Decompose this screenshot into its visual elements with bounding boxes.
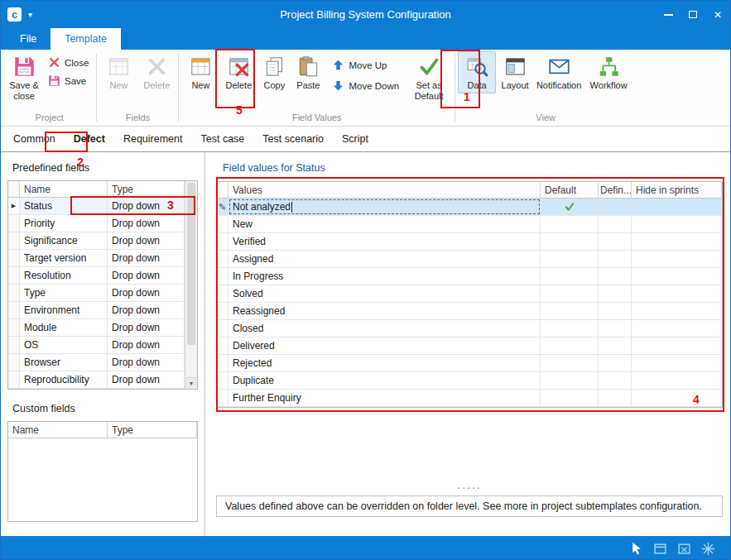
defined-cell[interactable] bbox=[599, 199, 632, 215]
save-and-close-button[interactable]: Save & close bbox=[5, 51, 43, 103]
hide-cell[interactable] bbox=[632, 390, 722, 406]
fields-new-button[interactable]: New bbox=[99, 51, 137, 93]
maximize-button[interactable] bbox=[681, 1, 705, 28]
value-row[interactable]: Delivered bbox=[217, 337, 722, 355]
defined-cell[interactable] bbox=[599, 320, 632, 337]
panel-splitter-handle[interactable]: ..... bbox=[216, 481, 723, 489]
field-type-cell[interactable]: Drop down bbox=[108, 371, 185, 388]
defined-cell[interactable] bbox=[599, 303, 632, 319]
table-row[interactable]: Reproducibility Drop down bbox=[8, 371, 185, 389]
hide-cell[interactable] bbox=[632, 199, 722, 215]
value-row[interactable]: Reassigned bbox=[217, 303, 722, 320]
value-row[interactable]: New bbox=[217, 216, 722, 233]
field-name-cell[interactable]: Type bbox=[20, 285, 108, 301]
layout-view-button[interactable]: Layout bbox=[496, 51, 534, 93]
table-row[interactable]: OS Drop down bbox=[8, 337, 185, 354]
data-view-button[interactable]: Data bbox=[458, 51, 496, 93]
value-cell[interactable]: Solved bbox=[228, 285, 541, 302]
table-row-status[interactable]: ▶ Status Drop down bbox=[8, 198, 185, 215]
default-cell[interactable] bbox=[541, 285, 599, 302]
defined-cell[interactable] bbox=[599, 251, 632, 267]
hide-cell[interactable] bbox=[632, 372, 722, 389]
hide-cell[interactable] bbox=[632, 337, 722, 354]
column-header-hide-in-sprints[interactable]: Hide in sprints bbox=[632, 182, 722, 198]
field-type-cell[interactable]: Drop down bbox=[108, 198, 185, 214]
table-row[interactable]: Target version Drop down bbox=[8, 250, 185, 267]
table-row[interactable]: Type Drop down bbox=[8, 285, 185, 302]
quick-access-dropdown-icon[interactable]: ▾ bbox=[28, 10, 32, 19]
value-cell[interactable]: Delivered bbox=[228, 337, 541, 354]
defined-cell[interactable] bbox=[599, 337, 632, 354]
value-row[interactable]: Assigned bbox=[217, 251, 722, 268]
hide-cell[interactable] bbox=[632, 285, 722, 302]
column-header-name[interactable]: Name bbox=[20, 181, 108, 197]
close-window-view-icon[interactable] bbox=[677, 542, 691, 556]
minimize-button[interactable] bbox=[656, 1, 681, 28]
value-cell[interactable]: Verified bbox=[228, 233, 541, 250]
move-down-button[interactable]: Move Down bbox=[329, 79, 402, 93]
default-cell[interactable] bbox=[541, 390, 599, 406]
default-cell[interactable] bbox=[541, 199, 599, 215]
table-row[interactable]: Resolution Drop down bbox=[8, 267, 185, 285]
hide-cell[interactable] bbox=[632, 216, 722, 232]
tab-requirement[interactable]: Requirement bbox=[114, 128, 192, 151]
save-button[interactable]: Save bbox=[45, 74, 92, 88]
field-type-cell[interactable]: Drop down bbox=[108, 215, 185, 232]
defined-cell[interactable] bbox=[599, 355, 632, 371]
defined-cell[interactable] bbox=[599, 390, 632, 406]
hide-cell[interactable] bbox=[632, 355, 722, 371]
field-type-cell[interactable]: Drop down bbox=[108, 354, 185, 371]
default-cell[interactable] bbox=[541, 303, 599, 319]
defined-cell[interactable] bbox=[599, 233, 632, 250]
ribbon-tab-file[interactable]: File bbox=[6, 28, 50, 50]
value-row[interactable]: Duplicate bbox=[217, 372, 722, 390]
table-row[interactable]: Browser Drop down bbox=[8, 354, 185, 371]
window-view-icon[interactable] bbox=[653, 542, 667, 556]
workflow-view-button[interactable]: Workflow bbox=[584, 51, 633, 93]
field-type-cell[interactable]: Drop down bbox=[108, 232, 185, 249]
field-name-cell[interactable]: Priority bbox=[20, 215, 108, 232]
hide-cell[interactable] bbox=[632, 303, 722, 319]
paste-button[interactable]: Paste bbox=[291, 51, 325, 93]
hide-cell[interactable] bbox=[632, 251, 722, 267]
defined-cell[interactable] bbox=[599, 216, 632, 232]
default-cell[interactable] bbox=[541, 355, 599, 371]
tab-script[interactable]: Script bbox=[333, 128, 378, 151]
hide-cell[interactable] bbox=[632, 233, 722, 250]
value-row[interactable]: Solved bbox=[217, 285, 722, 303]
field-name-cell[interactable]: Significance bbox=[20, 232, 108, 249]
value-row[interactable]: Further Enquiry bbox=[217, 390, 722, 407]
move-up-button[interactable]: Move Up bbox=[329, 58, 402, 72]
column-header-values[interactable]: Values bbox=[228, 182, 541, 198]
field-name-cell[interactable]: Reproducibility bbox=[20, 371, 108, 388]
field-values-new-button[interactable]: New bbox=[181, 51, 219, 93]
field-name-cell[interactable]: Resolution bbox=[20, 267, 108, 284]
field-type-cell[interactable]: Drop down bbox=[108, 267, 185, 284]
table-row[interactable]: Priority Drop down bbox=[8, 215, 185, 232]
field-name-cell[interactable]: Environment bbox=[20, 302, 108, 318]
field-type-cell[interactable]: Drop down bbox=[108, 302, 185, 318]
column-header-defined[interactable]: Defin... bbox=[599, 182, 632, 198]
field-name-cell[interactable]: Status bbox=[20, 198, 108, 214]
column-header-name[interactable]: Name bbox=[8, 422, 108, 438]
close-button[interactable]: Close bbox=[45, 55, 92, 69]
default-cell[interactable] bbox=[541, 216, 599, 232]
field-name-cell[interactable]: Target version bbox=[20, 250, 108, 266]
default-cell[interactable] bbox=[541, 320, 599, 337]
field-name-cell[interactable]: OS bbox=[20, 337, 108, 353]
default-cell[interactable] bbox=[541, 372, 599, 389]
fields-delete-button[interactable]: Delete bbox=[137, 51, 176, 93]
set-as-default-button[interactable]: Set as Default bbox=[406, 51, 452, 103]
app-logo-icon[interactable]: c bbox=[7, 7, 22, 22]
column-header-default[interactable]: Default bbox=[541, 182, 599, 198]
tab-test-scenario[interactable]: Test scenario bbox=[253, 128, 333, 151]
value-cell[interactable]: New bbox=[228, 216, 541, 232]
tab-common[interactable]: Common bbox=[4, 128, 65, 151]
column-header-type[interactable]: Type bbox=[108, 181, 185, 197]
table-row[interactable]: Significance Drop down bbox=[8, 232, 185, 250]
value-cell[interactable]: Assigned bbox=[228, 251, 541, 267]
value-cell[interactable]: Reassigned bbox=[228, 303, 541, 319]
value-cell-editing[interactable]: Not analyzed bbox=[228, 199, 541, 215]
notification-view-button[interactable]: Notification bbox=[534, 51, 584, 93]
vertical-scrollbar[interactable]: ▼ bbox=[185, 181, 197, 389]
